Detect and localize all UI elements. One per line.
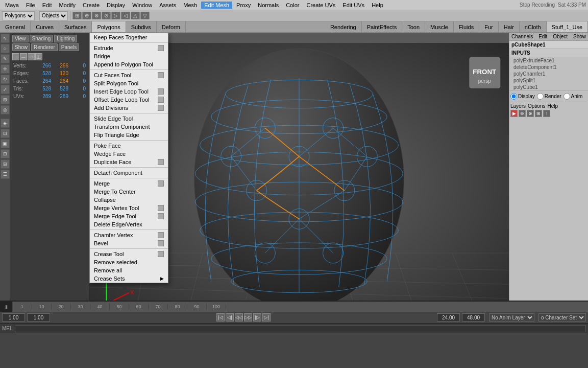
lasso-icon[interactable]: ○ [1,44,10,53]
snap-icon[interactable]: ⊡ [1,129,10,138]
layers-tab[interactable]: Layers [510,103,526,109]
select-dropdown[interactable]: Objects [39,11,68,20]
merge-vertex-tool-item[interactable]: Merge Vertex Tool [90,204,168,212]
merge-vertex-option-icon[interactable] [158,205,164,211]
misc4-icon[interactable]: ☰ [1,170,10,179]
timeline-num-30[interactable]: 30 [71,304,90,309]
soft-select-icon[interactable]: ◎ [1,105,10,114]
display-radio[interactable] [510,93,517,100]
end-time-input[interactable] [437,313,460,321]
add-divisions-item[interactable]: Add Divisions [90,104,168,112]
misc3-icon[interactable]: ⊞ [1,159,10,169]
duplicate-face-option-icon[interactable] [158,159,164,165]
object-tab[interactable]: Object [553,34,568,39]
toolbar-icon-8[interactable]: ▽ [140,12,150,19]
go-to-end-btn[interactable]: ▷| [262,313,271,321]
uv-mode-icon[interactable]: ◫ [35,53,42,60]
toolbar-icon-6[interactable]: ◁ [121,12,130,19]
merge-to-center-item[interactable]: Merge To Center [90,188,168,196]
layer-icon-4[interactable]: ⊞ [535,110,542,117]
crease-sets-item[interactable]: Crease Sets ▶ [90,274,168,283]
tab-ncloth[interactable]: nCloth [520,21,547,32]
stop-recording-btn[interactable]: Stop Recording [520,2,555,8]
bevel-item[interactable]: Bevel [90,239,168,247]
append-to-polygon-tool-item[interactable]: Append to Polygon Tool [90,60,168,68]
paint-icon[interactable]: ✎ [1,54,10,63]
move-icon[interactable]: ✛ [1,64,10,74]
tab-general[interactable]: General [0,21,31,32]
offset-edge-loop-tool-item[interactable]: Offset Edge Loop Tool [90,96,168,104]
slide-edge-tool-item[interactable]: Slide Edge Tool [90,114,168,123]
split-polygon-tool-item[interactable]: Split Polygon Tool [90,79,168,87]
menu-mesh[interactable]: Mesh [180,2,200,9]
timeline[interactable]: ▮ 1 10 20 30 40 50 60 70 80 90 100 [0,302,588,312]
menu-maya[interactable]: Maya [2,2,22,9]
tab-polygons[interactable]: Polygons [92,21,126,32]
timeline-num-90[interactable]: 90 [187,304,207,309]
panels-btn[interactable]: Panels [59,43,80,51]
vert-mode-icon[interactable]: · [12,53,19,60]
menu-color[interactable]: Color [283,2,302,9]
menu-normals[interactable]: Normals [255,2,282,9]
go-to-start-btn[interactable]: |◁ [216,313,225,321]
flip-triangle-edge-item[interactable]: Flip Triangle Edge [90,131,168,139]
bevel-option-icon[interactable] [158,240,164,246]
timeline-num-50[interactable]: 50 [110,304,129,309]
tab-muscle[interactable]: Muscle [425,21,454,32]
rotate-icon[interactable]: ↻ [1,75,10,84]
toolbar-icon-7[interactable]: △ [131,12,140,19]
wedge-face-item[interactable]: Wedge Face [90,150,168,158]
menu-assets[interactable]: Assets [156,2,179,9]
layer-icon-2[interactable]: ⊕ [519,110,526,117]
edge-mode-icon[interactable]: — [20,53,27,60]
scale-icon[interactable]: ⤢ [1,85,10,94]
show-btn[interactable]: Show [12,43,30,51]
show-manip-icon[interactable]: ◈ [1,119,10,128]
start-time-input[interactable]: 1.00 [2,313,25,321]
toolbar-icon-2[interactable]: ⊕ [82,12,91,19]
timeline-num-1[interactable]: 1 [13,304,32,309]
timeline-num-10[interactable]: 10 [32,304,52,309]
universal-manip-icon[interactable]: ⊞ [1,95,10,104]
input-item-4[interactable]: polyCube1 [509,84,588,90]
anim-layer-select[interactable]: No Anim Layer [489,313,534,321]
tab-fluids[interactable]: Fluids [454,21,479,32]
edit-tab[interactable]: Edit [538,34,547,39]
input-item-2[interactable]: polyChamfer1 [509,71,588,77]
crease-tool-item[interactable]: Crease Tool [90,250,168,258]
insert-edge-option-icon[interactable] [158,88,164,95]
extrude-option-icon[interactable] [158,45,164,51]
crease-tool-option-icon[interactable] [158,251,164,257]
delete-edge-vertex-item[interactable]: Delete Edge/Vertex [90,220,168,228]
detach-component-item[interactable]: Detach Component [90,169,168,177]
merge-edge-option-icon[interactable] [158,213,164,219]
keep-faces-together-item[interactable]: Keep Faces Together [90,33,168,41]
menu-file[interactable]: File [23,2,38,9]
step-back-btn[interactable]: ◁| [226,313,234,321]
menu-create[interactable]: Create [80,2,103,9]
menu-edit-uvs[interactable]: Edit UVs [339,2,368,9]
remove-selected-item[interactable]: Remove selected [90,258,168,266]
step-forward-btn[interactable]: |▷ [253,313,261,321]
toolbar-icon-1[interactable]: ⊞ [72,12,82,19]
menu-create-uvs[interactable]: Create UVs [303,2,338,9]
remove-all-item[interactable]: Remove all [90,266,168,274]
extrude-item[interactable]: Extrude [90,44,168,52]
channels-tab[interactable]: Channels [511,34,533,39]
mel-input[interactable] [15,325,586,332]
timeline-num-20[interactable]: 20 [52,304,71,309]
show-tab[interactable]: Show [573,34,586,39]
merge-option-icon[interactable] [158,180,164,187]
play-back-btn[interactable]: ◁◁ [235,313,243,321]
misc1-icon[interactable]: ▣ [1,139,10,148]
anim-radio[interactable] [564,93,570,100]
bridge-item[interactable]: Bridge [90,52,168,60]
tab-painteffects[interactable]: PaintEffects [362,21,403,32]
render-radio[interactable] [537,93,544,100]
face-mode-icon[interactable]: □ [28,53,35,60]
menu-window[interactable]: Window [129,2,155,9]
tab-surfaces[interactable]: Surfaces [59,21,92,32]
collapse-item[interactable]: Collapse [90,196,168,204]
char-set-select[interactable]: o Character Set [538,313,586,321]
tab-toon[interactable]: Toon [402,21,425,32]
